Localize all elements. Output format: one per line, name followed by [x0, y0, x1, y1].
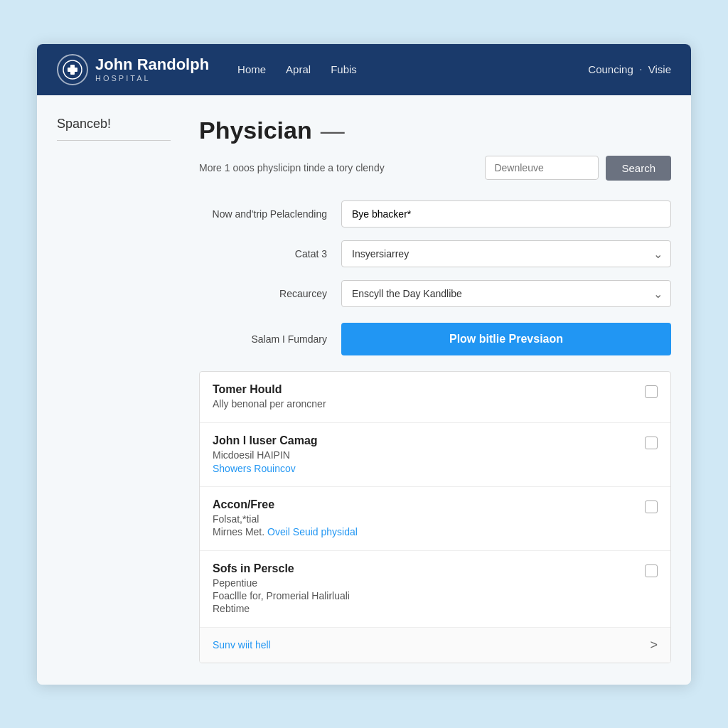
see-more-row: Sunv wiit hell > [200, 628, 670, 663]
result-checkbox-3[interactable] [645, 500, 658, 513]
category-select[interactable]: Insyersiarrey [341, 240, 671, 267]
result-name-1: Tomer Hould [213, 383, 636, 396]
hospital-name: John Randolph [95, 56, 209, 73]
result-content-1: Tomer Hould Ally benonal per aroncner [213, 383, 636, 411]
nav-link-councing[interactable]: Councing [588, 63, 633, 75]
result-sub-4b: Foacllle for, Promerial Halirluali [213, 590, 636, 601]
result-link-3[interactable]: Oveil Seuid physidal [267, 526, 358, 537]
hospital-subtitle: HOSPITAL [95, 74, 209, 82]
submit-label: Salam I Fumdary [199, 333, 341, 345]
result-name-3: Accon/Free [213, 498, 636, 511]
result-checkbox-2[interactable] [645, 437, 658, 449]
result-content-2: John l luser Camag Micdoesil HAIPIN Show… [213, 434, 636, 475]
navbar-right: Councing · Visie [588, 62, 671, 77]
brand-name: John Randolph HOSPITAL [95, 56, 209, 82]
result-checkbox-1[interactable] [645, 385, 658, 398]
title-dash: — [321, 117, 345, 144]
chevron-right-icon: > [650, 638, 658, 653]
nav-link-visie[interactable]: Visie [648, 63, 671, 75]
form-row-category: Catat 3 Insyersiarrey ⌄ [199, 240, 671, 267]
svg-rect-2 [68, 68, 77, 72]
list-item: Tomer Hould Ally benonal per aroncner [200, 372, 670, 423]
nav-link-apral[interactable]: Apral [286, 63, 311, 75]
form-row-name: Now and'trip Pelaclending [199, 200, 671, 228]
main-area: Physician — More 1 ooos physlicipn tinde… [199, 117, 671, 663]
result-link-2[interactable]: Showers Rouincov [213, 463, 296, 474]
result-checkbox-4[interactable] [645, 564, 658, 577]
form-label-resource: Recaurcey [199, 288, 341, 299]
name-input[interactable] [341, 200, 671, 228]
search-description: More 1 ooos physlicipn tinde a tory clen… [199, 162, 478, 173]
resource-select-wrapper: Enscyll the Day Kandlibe ⌄ [341, 280, 671, 307]
navbar-brand: John Randolph HOSPITAL [57, 54, 209, 85]
form-label-name: Now and'trip Pelaclending [199, 208, 341, 220]
sidebar-greeting: Spanceb! [57, 117, 171, 132]
navbar-links: Home Apral Fubis [237, 63, 588, 75]
sidebar-divider [57, 140, 171, 141]
nav-link-fubis[interactable]: Fubis [331, 63, 357, 75]
submit-button[interactable]: Plow bitlie Prevsiaon [341, 323, 671, 355]
form-row-resource: Recaurcey Enscyll the Day Kandlibe ⌄ [199, 280, 671, 307]
search-row: More 1 ooos physlicipn tinde a tory clen… [199, 156, 671, 181]
submit-row: Salam I Fumdary Plow bitlie Prevsiaon [199, 323, 671, 355]
result-content-4: Sofs in Perscle Pepentiue Foacllle for, … [213, 562, 636, 616]
see-more-link[interactable]: Sunv wiit hell [213, 639, 271, 651]
resource-select[interactable]: Enscyll the Day Kandlibe [341, 280, 671, 307]
list-item: Sofs in Perscle Pepentiue Foacllle for, … [200, 551, 670, 628]
list-item: John l luser Camag Micdoesil HAIPIN Show… [200, 423, 670, 487]
app-container: John Randolph HOSPITAL Home Apral Fubis … [37, 44, 691, 685]
search-input[interactable] [485, 156, 599, 180]
result-name-2: John l luser Camag [213, 434, 636, 447]
list-item: Accon/Free Folsat,*tial Mirnes Met. Ovei… [200, 487, 670, 551]
content-area: Spanceb! Physician — More 1 ooos physlic… [37, 95, 691, 685]
result-sub-4c: Rebtime [213, 603, 636, 614]
form-label-category: Catat 3 [199, 248, 341, 259]
search-button[interactable]: Search [606, 156, 671, 181]
result-sub-3a: Folsat,*tial [213, 513, 636, 525]
navbar: John Randolph HOSPITAL Home Apral Fubis … [37, 44, 691, 95]
nav-link-home[interactable]: Home [237, 63, 266, 75]
result-sub-2: Micdoesil HAIPIN [213, 449, 636, 461]
result-sub-1: Ally benonal per aroncner [213, 398, 636, 410]
form-section: Now and'trip Pelaclending Catat 3 Insyer… [199, 200, 671, 307]
hospital-logo [57, 54, 88, 85]
result-sub-3b: Mirnes Met. Oveil Seuid physidal [213, 526, 636, 537]
result-sub-4a: Pepentiue [213, 577, 636, 589]
sidebar: Spanceb! [57, 117, 171, 663]
category-select-wrapper: Insyersiarrey ⌄ [341, 240, 671, 267]
physician-label: Physician [199, 117, 312, 144]
nav-separator: · [639, 62, 643, 77]
result-name-4: Sofs in Perscle [213, 562, 636, 575]
page-title: Physician — [199, 117, 671, 144]
results-list: Tomer Hould Ally benonal per aroncner Jo… [199, 371, 671, 663]
result-content-3: Accon/Free Folsat,*tial Mirnes Met. Ovei… [213, 498, 636, 539]
